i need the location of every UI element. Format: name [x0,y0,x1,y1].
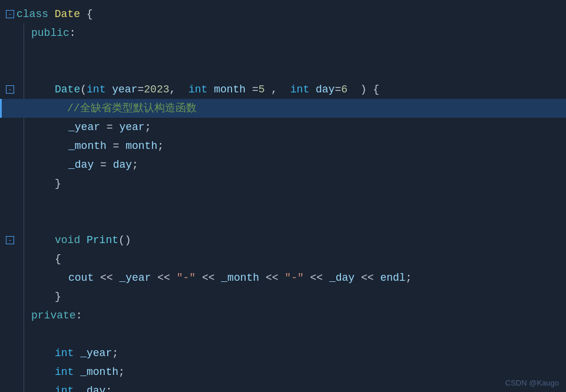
line-member-day: int _day; [0,381,566,392]
line-assign-day: _day = day; [0,155,566,174]
line-close-print: } [0,287,566,306]
code-block: - class Date { public: - Date(int year=2… [0,0,566,392]
line-empty-3 [0,193,566,212]
fold-class[interactable]: - [6,10,14,18]
watermark-text: CSDN @Kaugo [505,378,559,387]
line-class-decl: - class Date { [0,5,566,24]
line-assign-month: _month = month; [0,137,566,155]
code-editor: - class Date { public: - Date(int year=2… [0,0,566,392]
line-empty-1 [0,42,566,61]
line-member-year: int _year; [0,344,566,363]
fold-print[interactable]: - [6,236,14,244]
line-empty-4 [0,212,566,231]
line-close-constructor: } [0,174,566,193]
line-member-month: int _month; [0,363,566,381]
line-comment: //全缺省类型默认构造函数 [0,99,566,118]
line-public: public: [0,24,566,42]
line-constructor-decl: - Date(int year=2023, int month =5 , int… [0,80,566,99]
line-empty-5 [0,325,566,344]
line-assign-year: _year = year; [0,118,566,137]
fold-constructor[interactable]: - [6,85,14,94]
line-open-brace: { [0,250,566,268]
line-private: private: [0,306,566,325]
line-cout: cout << _year << "-" << _month << "-" <<… [0,268,566,287]
line-empty-2 [0,61,566,80]
line-print-decl: - void Print() [0,231,566,250]
